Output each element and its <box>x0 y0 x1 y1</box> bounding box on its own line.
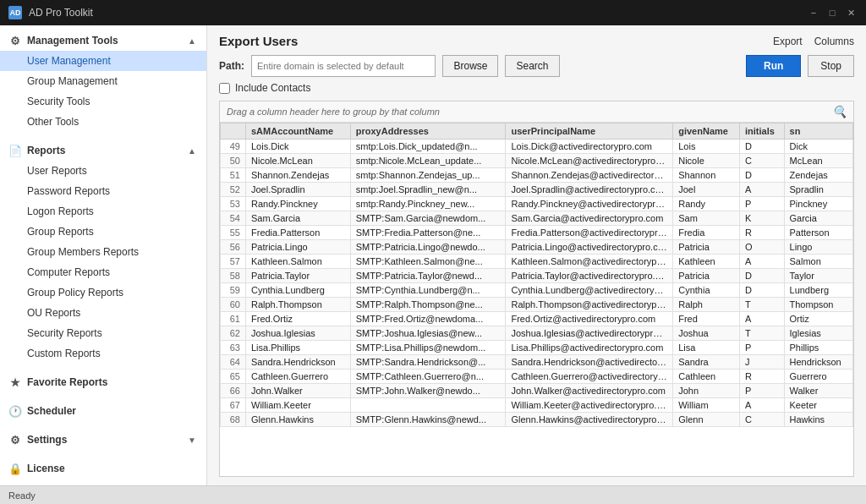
table-scroll[interactable]: sAMAccountName proxyAddresses userPrinci… <box>220 123 853 476</box>
table-row[interactable]: 57 Kathleen.Salmon SMTP:Kathleen.Salmon@… <box>221 255 853 269</box>
row-num: 66 <box>221 384 246 398</box>
scheduler-section: 🕐 Scheduler <box>0 396 206 425</box>
include-contacts-checkbox[interactable] <box>219 83 230 94</box>
management-tools-header[interactable]: ⚙ Management Tools ▲ <box>0 29 206 51</box>
table-row[interactable]: 52 Joel.Spradlin smtp:Joel.Spradlin_new@… <box>221 183 853 197</box>
table-row[interactable]: 64 Sandra.Hendrickson SMTP:Sandra.Hendri… <box>221 355 853 370</box>
stop-button[interactable]: Stop <box>808 55 854 77</box>
row-num: 65 <box>221 370 246 384</box>
sidebar-item-group-management[interactable]: Group Management <box>0 71 206 91</box>
cell-sam: Joshua.Iglesias <box>246 326 351 341</box>
reports-label: Reports <box>27 145 65 156</box>
sidebar-item-user-reports[interactable]: User Reports <box>0 161 206 181</box>
table-row[interactable]: 55 Fredia.Patterson SMTP:Fredia.Patterso… <box>221 226 853 240</box>
license-label: License <box>27 463 65 474</box>
browse-button[interactable]: Browse <box>442 55 498 77</box>
sidebar-item-logon-reports[interactable]: Logon Reports <box>0 201 206 222</box>
row-num: 60 <box>221 298 246 312</box>
table-body: 49 Lois.Dick smtp:Lois.Dick_updated@n...… <box>221 140 853 427</box>
cell-sn: Walker <box>784 384 852 398</box>
sidebar-item-custom-reports[interactable]: Custom Reports <box>0 343 206 364</box>
table-row[interactable]: 51 Shannon.Zendejas smtp:Shannon.Zendeja… <box>221 168 853 183</box>
run-button[interactable]: Run <box>746 55 801 77</box>
table-row[interactable]: 68 Glenn.Hawkins SMTP:Glenn.Hawkins@newd… <box>221 413 853 427</box>
cell-sn: Phillips <box>784 341 852 355</box>
cell-sn: Keeter <box>784 398 852 413</box>
sidebar-item-ou-reports[interactable]: OU Reports <box>0 303 206 323</box>
scheduler-label: Scheduler <box>27 405 76 417</box>
col-initials[interactable]: initials <box>739 123 784 140</box>
row-num: 53 <box>221 197 246 211</box>
management-tools-chevron: ▲ <box>188 36 196 46</box>
table-row[interactable]: 60 Ralph.Thompson SMTP:Ralph.Thompson@ne… <box>221 298 853 312</box>
col-given[interactable]: givenName <box>673 123 740 140</box>
groupby-hint: Drag a column header here to group by th… <box>227 107 440 117</box>
table-row[interactable]: 50 Nicole.McLean smtp:Nicole.McLean_upda… <box>221 154 853 168</box>
path-input[interactable] <box>251 55 436 77</box>
license-header[interactable]: 🔒 License <box>0 457 206 479</box>
table-row[interactable]: 62 Joshua.Iglesias SMTP:Joshua.Iglesias@… <box>221 326 853 341</box>
search-button[interactable]: Search <box>505 55 559 77</box>
cell-sam: Lisa.Phillips <box>246 341 351 355</box>
cell-given: Shannon <box>673 168 740 183</box>
sidebar-item-security-reports[interactable]: Security Reports <box>0 323 206 343</box>
scheduler-header[interactable]: 🕐 Scheduler <box>0 399 206 421</box>
sidebar-item-other-tools[interactable]: Other Tools <box>0 112 206 132</box>
cell-sam: Lois.Dick <box>246 140 351 154</box>
row-num: 51 <box>221 168 246 183</box>
maximize-button[interactable]: □ <box>825 6 839 19</box>
sidebar-item-password-reports[interactable]: Password Reports <box>0 181 206 201</box>
cell-upn: William.Keeter@activedirectorypro.com <box>506 398 673 413</box>
reports-chevron: ▲ <box>188 146 196 156</box>
minimize-button[interactable]: − <box>807 6 820 19</box>
cell-proxy: SMTP:Patricia.Lingo@newdo... <box>350 240 506 255</box>
table-row[interactable]: 58 Patricia.Taylor SMTP:Patricia.Taylor@… <box>221 269 853 283</box>
close-button[interactable]: ✕ <box>844 6 858 19</box>
table-row[interactable]: 53 Randy.Pinckney smtp:Randy.Pinckney_ne… <box>221 197 853 211</box>
col-proxy[interactable]: proxyAddresses <box>350 123 506 140</box>
reports-items-list: User ReportsPassword ReportsLogon Report… <box>0 161 206 364</box>
table-row[interactable]: 49 Lois.Dick smtp:Lois.Dick_updated@n...… <box>221 140 853 154</box>
cell-proxy: SMTP:Cathleen.Guerrero@n... <box>350 370 506 384</box>
columns-action[interactable]: Columns <box>814 36 854 47</box>
cell-sn: Lingo <box>784 240 852 255</box>
sidebar-item-group-policy-reports[interactable]: Group Policy Reports <box>0 282 206 303</box>
table-row[interactable]: 54 Sam.Garcia SMTP:Sam.Garcia@newdom... … <box>221 211 853 226</box>
favorite-reports-header[interactable]: ★ Favorite Reports <box>0 370 206 392</box>
cell-upn: Randy.Pinckney@activedirectorypro.com <box>506 197 673 211</box>
content-area: Export Users Export Columns Path: Browse… <box>207 25 866 485</box>
export-action[interactable]: Export <box>773 36 803 47</box>
table-row[interactable]: 56 Patricia.Lingo SMTP:Patricia.Lingo@ne… <box>221 240 853 255</box>
col-sam[interactable]: sAMAccountName <box>246 123 351 140</box>
sidebar-item-group-reports[interactable]: Group Reports <box>0 222 206 242</box>
cell-sn: Garcia <box>784 211 852 226</box>
table-search-icon[interactable]: 🔍 <box>832 105 847 118</box>
table-row[interactable]: 67 William.Keeter William.Keeter@actived… <box>221 398 853 413</box>
cell-initials: A <box>739 255 784 269</box>
settings-header[interactable]: ⚙ Settings ▼ <box>0 428 206 450</box>
table-row[interactable]: 63 Lisa.Phillips SMTP:Lisa.Phillips@newd… <box>221 341 853 355</box>
row-num: 67 <box>221 398 246 413</box>
reports-header[interactable]: 📄 Reports ▲ <box>0 139 206 161</box>
scheduler-icon: 🕐 <box>8 404 22 418</box>
cell-upn: Sandra.Hendrickson@activedirectorypro.co… <box>506 355 673 370</box>
table-row[interactable]: 66 John.Walker SMTP:John.Walker@newdo...… <box>221 384 853 398</box>
cell-upn: Lois.Dick@activedirectorypro.com <box>506 140 673 154</box>
cell-initials: O <box>739 240 784 255</box>
table-row[interactable]: 65 Cathleen.Guerrero SMTP:Cathleen.Guerr… <box>221 370 853 384</box>
table-row[interactable]: 61 Fred.Ortiz SMTP:Fred.Ortiz@newdoma...… <box>221 312 853 326</box>
data-table-container: Drag a column header here to group by th… <box>219 101 854 477</box>
table-row[interactable]: 59 Cynthia.Lundberg SMTP:Cynthia.Lundber… <box>221 283 853 298</box>
cell-proxy <box>350 398 506 413</box>
sidebar-item-security-tools[interactable]: Security Tools <box>0 91 206 112</box>
sidebar-item-computer-reports[interactable]: Computer Reports <box>0 262 206 282</box>
titlebar: AD AD Pro Toolkit − □ ✕ <box>0 0 866 25</box>
license-icon: 🔒 <box>8 462 22 475</box>
col-upn[interactable]: userPrincipalName <box>506 123 673 140</box>
row-num: 68 <box>221 413 246 427</box>
col-sn[interactable]: sn <box>784 123 852 140</box>
sidebar-item-user-management[interactable]: User Management <box>0 51 206 71</box>
cell-initials: K <box>739 211 784 226</box>
sidebar-item-group-members-reports[interactable]: Group Members Reports <box>0 242 206 262</box>
cell-sam: John.Walker <box>246 384 351 398</box>
